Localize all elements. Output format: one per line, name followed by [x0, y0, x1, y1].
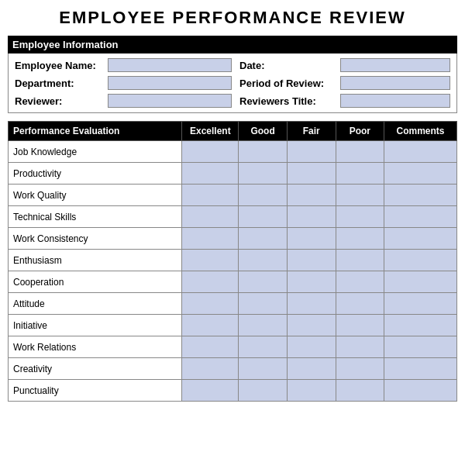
row-poor[interactable] — [336, 293, 384, 315]
row-fair[interactable] — [287, 293, 336, 315]
row-comments[interactable] — [384, 315, 457, 336]
row-category: Initiative — [9, 315, 182, 336]
department-label: Department: — [15, 78, 108, 89]
row-good[interactable] — [239, 141, 288, 163]
reviewer-row: Reviewer: Reviewers Title: — [15, 94, 450, 108]
col-header-poor: Poor — [336, 122, 384, 141]
row-good[interactable] — [239, 336, 288, 358]
row-fair[interactable] — [287, 185, 336, 206]
col-header-good: Good — [239, 122, 288, 141]
row-excellent[interactable] — [182, 141, 239, 163]
row-comments[interactable] — [384, 185, 457, 206]
row-comments[interactable] — [384, 228, 457, 250]
row-poor[interactable] — [336, 141, 384, 163]
row-good[interactable] — [239, 380, 288, 402]
employee-info-section: Employee Name: Date: Department: Period … — [8, 53, 457, 113]
row-poor[interactable] — [336, 380, 384, 402]
row-fair[interactable] — [287, 163, 336, 185]
table-row: Technical Skills — [9, 206, 457, 228]
reviewer-title-label: Reviewers Title: — [239, 95, 340, 107]
row-excellent[interactable] — [182, 358, 239, 380]
row-poor[interactable] — [336, 250, 384, 271]
row-good[interactable] — [239, 250, 288, 271]
table-row: Attitude — [9, 293, 457, 315]
employee-name-label: Employee Name: — [15, 60, 108, 71]
reviewer-title-input[interactable] — [340, 94, 450, 108]
row-poor[interactable] — [336, 336, 384, 358]
row-fair[interactable] — [287, 315, 336, 336]
period-input[interactable] — [340, 76, 450, 90]
row-comments[interactable] — [384, 163, 457, 185]
row-poor[interactable] — [336, 228, 384, 250]
employee-name-input[interactable] — [108, 58, 232, 72]
department-row: Department: Period of Review: — [15, 76, 450, 90]
evaluation-table: Performance Evaluation Excellent Good Fa… — [8, 121, 457, 402]
name-row: Employee Name: Date: — [15, 58, 450, 72]
col-header-excellent: Excellent — [182, 122, 239, 141]
row-category: Attitude — [9, 293, 182, 315]
row-good[interactable] — [239, 315, 288, 336]
row-category: Creativity — [9, 358, 182, 380]
row-good[interactable] — [239, 293, 288, 315]
row-category: Cooperation — [9, 271, 182, 293]
col-header-category: Performance Evaluation — [9, 122, 182, 141]
table-row: Work Consistency — [9, 228, 457, 250]
row-excellent[interactable] — [182, 250, 239, 271]
row-excellent[interactable] — [182, 271, 239, 293]
date-input[interactable] — [340, 58, 450, 72]
info-section-header: Employee Information — [8, 36, 457, 53]
row-comments[interactable] — [384, 141, 457, 163]
row-excellent[interactable] — [182, 380, 239, 402]
row-poor[interactable] — [336, 358, 384, 380]
row-category: Punctuality — [9, 380, 182, 402]
date-label: Date: — [239, 60, 340, 71]
row-fair[interactable] — [287, 141, 336, 163]
row-fair[interactable] — [287, 358, 336, 380]
row-excellent[interactable] — [182, 163, 239, 185]
row-excellent[interactable] — [182, 293, 239, 315]
row-poor[interactable] — [336, 185, 384, 206]
table-row: Work Relations — [9, 336, 457, 358]
row-poor[interactable] — [336, 206, 384, 228]
row-good[interactable] — [239, 228, 288, 250]
row-comments[interactable] — [384, 206, 457, 228]
row-comments[interactable] — [384, 358, 457, 380]
row-fair[interactable] — [287, 206, 336, 228]
table-row: Initiative — [9, 315, 457, 336]
row-fair[interactable] — [287, 380, 336, 402]
row-good[interactable] — [239, 271, 288, 293]
row-good[interactable] — [239, 185, 288, 206]
row-comments[interactable] — [384, 250, 457, 271]
row-excellent[interactable] — [182, 185, 239, 206]
row-excellent[interactable] — [182, 228, 239, 250]
row-fair[interactable] — [287, 228, 336, 250]
row-fair[interactable] — [287, 336, 336, 358]
row-poor[interactable] — [336, 163, 384, 185]
row-comments[interactable] — [384, 271, 457, 293]
col-header-fair: Fair — [287, 122, 336, 141]
row-poor[interactable] — [336, 315, 384, 336]
row-comments[interactable] — [384, 293, 457, 315]
row-good[interactable] — [239, 206, 288, 228]
row-comments[interactable] — [384, 380, 457, 402]
table-row: Cooperation — [9, 271, 457, 293]
row-category: Work Quality — [9, 185, 182, 206]
table-row: Job Knowledge — [9, 141, 457, 163]
reviewer-input[interactable] — [108, 94, 232, 108]
row-excellent[interactable] — [182, 206, 239, 228]
row-category: Work Relations — [9, 336, 182, 358]
row-comments[interactable] — [384, 336, 457, 358]
row-excellent[interactable] — [182, 315, 239, 336]
row-category: Work Consistency — [9, 228, 182, 250]
row-category: Job Knowledge — [9, 141, 182, 163]
row-good[interactable] — [239, 163, 288, 185]
page-title: EMPLOYEE PERFORMANCE REVIEW — [8, 8, 457, 28]
row-fair[interactable] — [287, 271, 336, 293]
reviewer-label: Reviewer: — [15, 95, 108, 107]
row-category: Enthusiasm — [9, 250, 182, 271]
row-excellent[interactable] — [182, 336, 239, 358]
row-fair[interactable] — [287, 250, 336, 271]
row-poor[interactable] — [336, 271, 384, 293]
department-input[interactable] — [108, 76, 232, 90]
row-good[interactable] — [239, 358, 288, 380]
